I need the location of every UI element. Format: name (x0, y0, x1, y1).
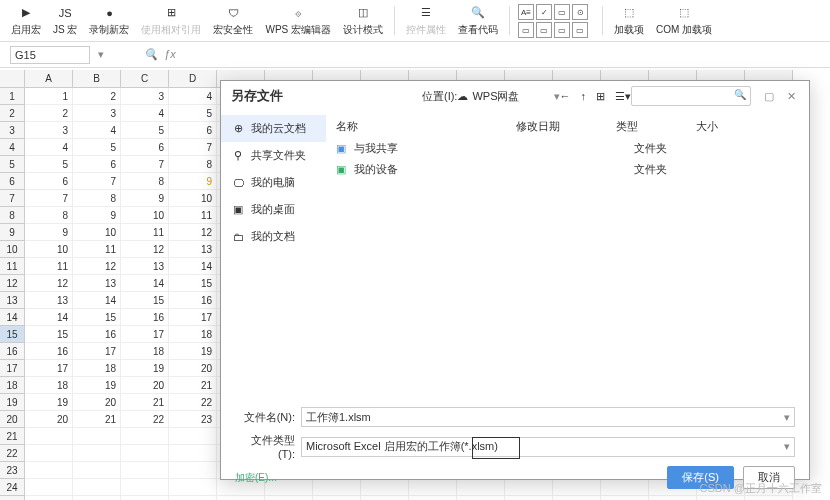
cell[interactable]: 19 (73, 377, 121, 394)
cell[interactable]: 11 (169, 207, 217, 224)
cell[interactable]: 4 (25, 139, 73, 156)
row-header[interactable]: 15 (0, 326, 25, 343)
cell[interactable]: 13 (121, 258, 169, 275)
nav-back-icon[interactable]: ← (560, 90, 571, 103)
cell[interactable]: 4 (121, 105, 169, 122)
row-header[interactable]: 5 (0, 156, 25, 173)
file-item[interactable]: ▣我的设备文件夹 (336, 159, 799, 180)
cell[interactable]: 20 (73, 394, 121, 411)
cell[interactable]: 15 (169, 275, 217, 292)
ribbon-design[interactable]: ◫设计模式 (338, 2, 388, 39)
cell[interactable] (649, 496, 697, 500)
cell[interactable]: 12 (121, 241, 169, 258)
cell[interactable]: 18 (73, 360, 121, 377)
cell[interactable]: 18 (121, 343, 169, 360)
cell[interactable]: 13 (169, 241, 217, 258)
select-all-corner[interactable] (0, 70, 25, 88)
row-header[interactable]: 25 (0, 496, 25, 500)
row-header[interactable]: 3 (0, 122, 25, 139)
cell[interactable] (73, 428, 121, 445)
control-icons[interactable]: A≡✓▭⊙▭▭▭▭ (516, 2, 596, 39)
row-header[interactable]: 11 (0, 258, 25, 275)
ribbon-editor[interactable]: ⟐WPS 宏编辑器 (260, 2, 336, 39)
cell[interactable]: 16 (25, 343, 73, 360)
cell[interactable]: 4 (73, 122, 121, 139)
row-header[interactable]: 7 (0, 190, 25, 207)
sidebar-item[interactable]: ▣我的桌面 (221, 196, 326, 223)
cell[interactable]: 10 (73, 224, 121, 241)
cell[interactable] (121, 462, 169, 479)
window-maximize-icon[interactable]: ▢ (761, 88, 777, 104)
cell[interactable]: 20 (25, 411, 73, 428)
cell[interactable]: 12 (73, 258, 121, 275)
cell[interactable]: 4 (169, 88, 217, 105)
row-header[interactable]: 8 (0, 207, 25, 224)
cell[interactable]: 6 (25, 173, 73, 190)
row-header[interactable]: 4 (0, 139, 25, 156)
cell[interactable]: 7 (73, 173, 121, 190)
cell[interactable]: 5 (121, 122, 169, 139)
cell[interactable] (121, 428, 169, 445)
cell[interactable] (361, 496, 409, 500)
cell[interactable] (601, 496, 649, 500)
nav-new-folder-icon[interactable]: ⊞ (596, 90, 605, 103)
window-close-icon[interactable]: ✕ (783, 88, 799, 104)
cell[interactable]: 18 (25, 377, 73, 394)
cell[interactable]: 15 (121, 292, 169, 309)
cell[interactable]: 20 (121, 377, 169, 394)
cell[interactable]: 7 (169, 139, 217, 156)
row-header[interactable]: 20 (0, 411, 25, 428)
row-header[interactable]: 22 (0, 445, 25, 462)
cell[interactable]: 9 (169, 173, 217, 190)
cell[interactable]: 8 (169, 156, 217, 173)
cell[interactable]: 15 (25, 326, 73, 343)
sidebar-item[interactable]: ⚲共享文件夹 (221, 142, 326, 169)
cell[interactable]: 19 (169, 343, 217, 360)
cell[interactable]: 9 (121, 190, 169, 207)
cell[interactable] (121, 479, 169, 496)
ribbon-addon[interactable]: ⬚加载项 (609, 2, 649, 39)
row-header[interactable]: 21 (0, 428, 25, 445)
row-header[interactable]: 24 (0, 479, 25, 496)
row-header[interactable]: 13 (0, 292, 25, 309)
cell[interactable]: 11 (73, 241, 121, 258)
cell[interactable]: 14 (121, 275, 169, 292)
cell[interactable] (25, 445, 73, 462)
cell[interactable]: 13 (73, 275, 121, 292)
cell[interactable]: 12 (169, 224, 217, 241)
cell[interactable]: 8 (73, 190, 121, 207)
cell[interactable]: 10 (169, 190, 217, 207)
cell[interactable]: 10 (25, 241, 73, 258)
cell[interactable]: 1 (25, 88, 73, 105)
col-header[interactable]: D (169, 70, 217, 88)
row-header[interactable]: 17 (0, 360, 25, 377)
ribbon-code[interactable]: 🔍查看代码 (453, 2, 503, 39)
ribbon-play-doc[interactable]: ▶启用宏 (6, 2, 46, 39)
cell[interactable] (553, 496, 601, 500)
fx-icon[interactable]: 🔍 ƒx (144, 48, 176, 61)
name-box[interactable]: G15 (10, 46, 90, 64)
cell[interactable] (25, 428, 73, 445)
cell[interactable]: 20 (169, 360, 217, 377)
nav-view-icon[interactable]: ☰▾ (615, 90, 631, 103)
table-row[interactable]: 25 (0, 496, 830, 500)
cell[interactable]: 11 (25, 258, 73, 275)
cell[interactable]: 8 (25, 207, 73, 224)
row-header[interactable]: 1 (0, 88, 25, 105)
location-selector[interactable]: ☁ WPS网盘 ▾ (457, 89, 559, 104)
cell[interactable]: 13 (25, 292, 73, 309)
row-header[interactable]: 18 (0, 377, 25, 394)
cell[interactable]: 5 (25, 156, 73, 173)
cell[interactable] (745, 496, 793, 500)
row-header[interactable]: 16 (0, 343, 25, 360)
cell[interactable]: 19 (25, 394, 73, 411)
sidebar-item[interactable]: ⊕我的云文档 (221, 115, 326, 142)
cell[interactable]: 8 (121, 173, 169, 190)
row-header[interactable]: 10 (0, 241, 25, 258)
cell[interactable] (697, 496, 745, 500)
cell[interactable]: 14 (169, 258, 217, 275)
cell[interactable]: 18 (169, 326, 217, 343)
cell[interactable] (457, 496, 505, 500)
cell[interactable]: 15 (73, 309, 121, 326)
cell[interactable]: 9 (25, 224, 73, 241)
